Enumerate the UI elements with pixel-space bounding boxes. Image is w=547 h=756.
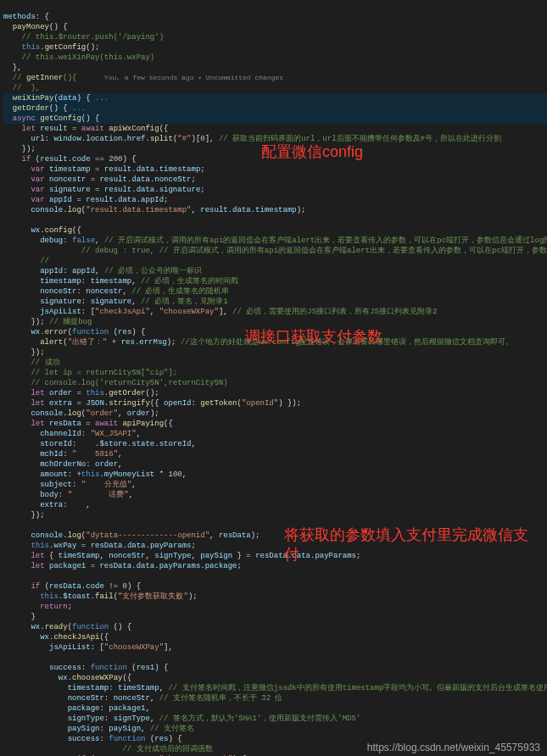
method-getConfig: getConfig: [40, 114, 81, 123]
codelens-author: You, a few seconds ago • Uncommitted cha…: [104, 74, 283, 81]
method-weiXinPay: weiXinPay: [13, 94, 54, 103]
comment: // 开启调试模式，调用的所有api的返回值会在客户端alert出来，若要查看传…: [104, 236, 547, 245]
comment: // debug : true, // 开启调试模式，调用的所有api的返回值会…: [3, 247, 547, 255]
method-payMoney: payMoney: [13, 23, 49, 31]
comment: // 获取当前扫码界面的url，url后面不能携带任何参数及#号，所以在此进行分…: [219, 135, 501, 143]
code-editor[interactable]: methods: { payMoney() { // this.$router.…: [0, 0, 547, 756]
comment: // this.$router.push('/paying'): [22, 33, 164, 42]
watermark: https://blog.csdn.net/weixin_45575933: [367, 742, 540, 753]
method-getInner: getInner: [26, 74, 63, 82]
comment: // this.weiXinPay(this.wxPay): [22, 53, 155, 62]
method-getOrder: getOrder: [13, 104, 49, 113]
